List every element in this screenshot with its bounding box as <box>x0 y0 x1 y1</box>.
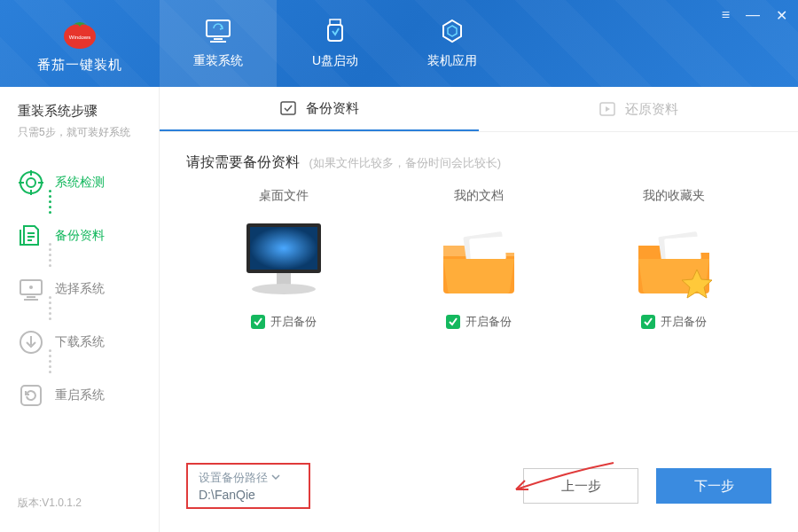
svg-rect-23 <box>281 102 295 114</box>
nav-label: U盘启动 <box>312 53 358 69</box>
sidebar: 重装系统步骤 只需5步，就可装好系统 系统检测 备份资料 <box>0 87 160 532</box>
restore-tab-icon <box>598 100 616 118</box>
minimize-button[interactable]: — <box>746 7 760 24</box>
card-favorites: 我的收藏夹 开启备份 <box>594 188 754 330</box>
download-icon <box>18 329 44 356</box>
footer: 设置备份路径 D:\FanQie 上一步 下一步 <box>160 445 798 532</box>
body: 重装系统步骤 只需5步，就可装好系统 系统检测 备份资料 <box>0 87 798 532</box>
step-select[interactable]: 选择系统 <box>18 262 159 316</box>
svg-rect-4 <box>210 41 226 43</box>
nav-label: 装机应用 <box>427 53 477 69</box>
window-controls: ≡ — ✕ <box>722 7 787 24</box>
step-restart[interactable]: 重启系统 <box>18 369 159 422</box>
nav-apps[interactable]: 装机应用 <box>394 0 511 87</box>
svg-rect-27 <box>277 273 291 286</box>
nav-label: 重装系统 <box>193 53 243 69</box>
step-backup[interactable]: 备份资料 <box>18 209 159 262</box>
backup-tab-icon <box>279 99 297 117</box>
svg-point-28 <box>252 284 316 294</box>
restart-icon <box>18 382 44 409</box>
prompt: 请按需要备份资料 <box>186 154 300 169</box>
monitor-refresh-icon <box>203 18 233 44</box>
version-text: 版本:V1.0.1.2 <box>0 496 159 523</box>
subtab-restore[interactable]: 还原资料 <box>479 87 798 131</box>
step-label: 重启系统 <box>55 387 105 403</box>
card-title: 我的文档 <box>454 188 504 204</box>
nav-tabs: 重装系统 U盘启动 装机应用 <box>160 0 511 87</box>
header: Windows 番茄一键装机 重装系统 U盘启动 装机应用 ≡ — ✕ <box>0 0 798 87</box>
hex-icon <box>439 18 466 44</box>
prompt-sub: (如果文件比较多，备份时间会比较长) <box>309 156 501 169</box>
svg-point-8 <box>27 178 35 187</box>
folder-star-icon <box>621 215 727 303</box>
next-button[interactable]: 下一步 <box>656 468 771 504</box>
usb-icon <box>322 18 348 44</box>
backup-cards: 桌面文件 开启备份 我的文档 <box>186 172 771 330</box>
step-label: 选择系统 <box>55 281 105 297</box>
main: 备份资料 还原资料 请按需要备份资料 (如果文件比较多，备份时间会比较长) 桌面… <box>160 87 798 532</box>
desktop-icon <box>231 215 337 303</box>
card-desktop: 桌面文件 开启备份 <box>204 188 364 330</box>
subtabs: 备份资料 还原资料 <box>160 87 798 132</box>
toggle-documents[interactable]: 开启备份 <box>446 314 512 330</box>
svg-rect-22 <box>21 386 41 405</box>
step-label: 备份资料 <box>55 228 105 244</box>
toggle-label: 开启备份 <box>270 314 317 330</box>
step-detect[interactable]: 系统检测 <box>18 156 159 209</box>
toggle-favorites[interactable]: 开启备份 <box>641 314 707 330</box>
app-window: Windows 番茄一键装机 重装系统 U盘启动 装机应用 ≡ — ✕ <box>0 0 798 532</box>
brand: Windows 番茄一键装机 <box>0 14 160 74</box>
content: 请按需要备份资料 (如果文件比较多，备份时间会比较长) 桌面文件 开启备份 <box>160 132 798 445</box>
svg-rect-26 <box>250 227 317 270</box>
step-label: 系统检测 <box>55 175 105 191</box>
checkbox-checked-icon <box>641 315 655 329</box>
target-icon <box>18 169 44 196</box>
svg-point-17 <box>29 286 33 289</box>
toggle-desktop[interactable]: 开启备份 <box>251 314 317 330</box>
checkbox-checked-icon <box>251 315 265 329</box>
subtab-backup[interactable]: 备份资料 <box>160 87 479 131</box>
svg-rect-32 <box>664 237 701 262</box>
path-label-text: 设置备份路径 <box>199 470 268 486</box>
nav-reinstall[interactable]: 重装系统 <box>160 0 277 87</box>
svg-rect-18 <box>27 296 35 298</box>
card-title: 桌面文件 <box>259 188 309 204</box>
card-title: 我的收藏夹 <box>643 188 705 204</box>
close-button[interactable]: ✕ <box>776 7 787 24</box>
folder-icon <box>426 215 532 303</box>
svg-rect-19 <box>24 299 38 301</box>
path-box: 设置备份路径 D:\FanQie <box>186 463 310 509</box>
svg-rect-2 <box>207 20 230 36</box>
document-icon <box>18 223 44 249</box>
subtab-label: 还原资料 <box>625 101 678 118</box>
logo-icon: Windows <box>55 14 105 50</box>
action-buttons: 上一步 下一步 <box>523 468 771 504</box>
card-documents: 我的文档 开启备份 <box>399 188 559 330</box>
toggle-label: 开启备份 <box>661 314 707 330</box>
brand-name: 番茄一键装机 <box>37 57 122 74</box>
subtab-label: 备份资料 <box>306 100 359 117</box>
svg-rect-30 <box>469 237 506 262</box>
chevron-down-icon <box>271 474 280 481</box>
sidebar-title: 重装系统步骤 <box>0 103 159 120</box>
monitor-icon <box>18 276 44 302</box>
prev-button[interactable]: 上一步 <box>523 468 638 504</box>
sidebar-subtitle: 只需5步，就可装好系统 <box>0 120 159 151</box>
checkbox-checked-icon <box>446 315 460 329</box>
step-label: 下载系统 <box>55 334 105 350</box>
step-list: 系统检测 备份资料 选择系统 <box>0 156 159 496</box>
step-download[interactable]: 下载系统 <box>18 316 159 369</box>
svg-text:Windows: Windows <box>69 35 90 40</box>
menu-button[interactable]: ≡ <box>722 7 730 24</box>
path-value: D:\FanQie <box>199 488 280 502</box>
nav-usb[interactable]: U盘启动 <box>277 0 394 87</box>
toggle-label: 开启备份 <box>466 314 512 330</box>
svg-rect-3 <box>214 38 223 40</box>
path-dropdown[interactable]: 设置备份路径 <box>199 470 280 486</box>
